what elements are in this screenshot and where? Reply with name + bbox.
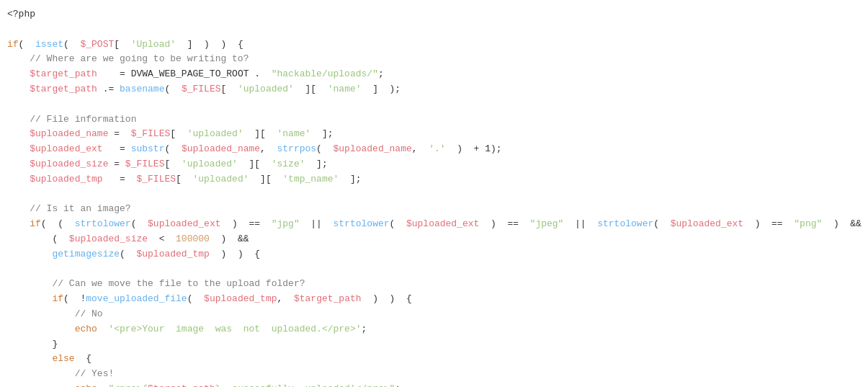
code-container: <?php if( isset( $_POST[ 'Upload' ] ) ) … bbox=[0, 0, 868, 387]
code-block: <?php if( isset( $_POST[ 'Upload' ] ) ) … bbox=[7, 7, 868, 387]
